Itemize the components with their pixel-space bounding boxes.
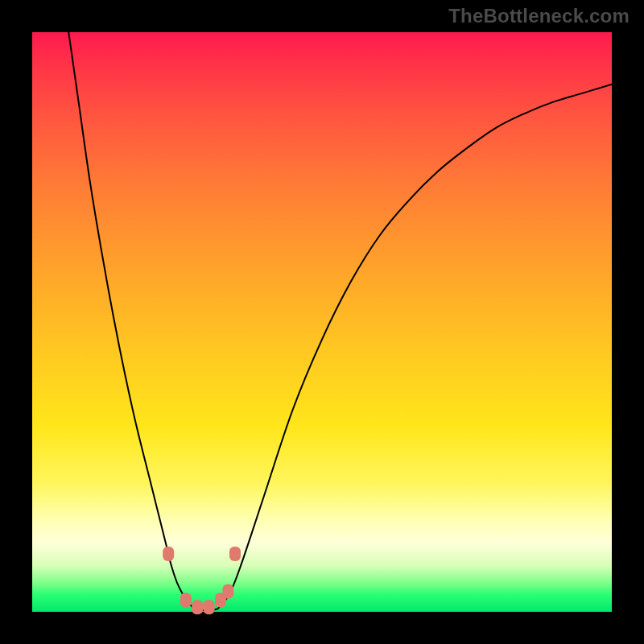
plot-area — [32, 32, 612, 612]
watermark-text: TheBottleneck.com — [448, 5, 630, 27]
curve-svg — [32, 32, 612, 612]
valley-marker — [192, 600, 203, 614]
chart-frame: TheBottleneck.com — [0, 0, 644, 644]
curve-right-branch — [217, 85, 612, 609]
valley-marker — [229, 547, 241, 561]
curve-left-branch — [67, 21, 194, 609]
valley-marker — [163, 547, 174, 561]
valley-marker — [180, 593, 192, 608]
valley-marker — [204, 600, 215, 614]
valley-marker — [222, 584, 233, 599]
valley-markers — [163, 547, 241, 614]
